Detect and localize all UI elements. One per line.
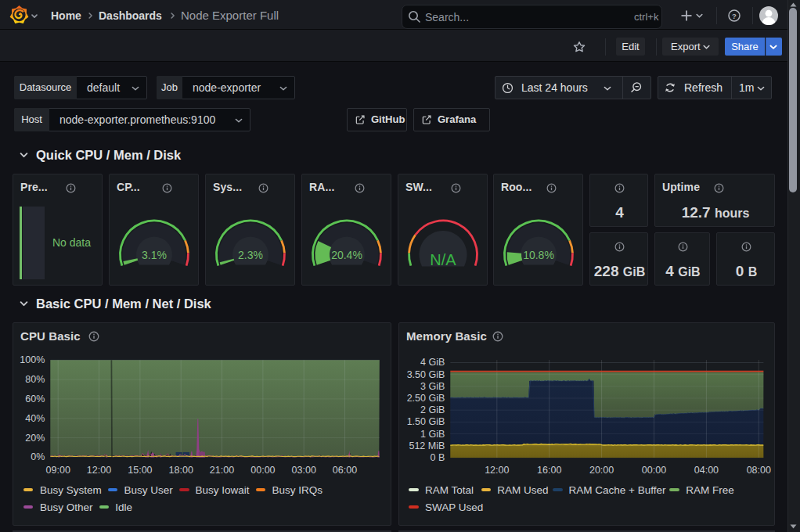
svg-text:18:00: 18:00 [169,465,193,476]
svg-text:12:00: 12:00 [485,465,509,476]
svg-text:0 B: 0 B [431,452,445,463]
svg-text:06:00: 06:00 [333,465,357,476]
svg-text:00:00: 00:00 [250,465,275,476]
svg-text:0%: 0% [31,451,45,462]
svg-text:15:00: 15:00 [128,465,152,476]
svg-text:10.8%: 10.8% [523,249,554,261]
svg-text:3.50 GiB: 3.50 GiB [407,369,445,380]
svg-text:20:00: 20:00 [589,465,614,476]
svg-text:3 GiB: 3 GiB [420,381,445,392]
svg-text:03:00: 03:00 [292,465,316,476]
svg-text:2.3%: 2.3% [238,249,263,261]
svg-text:21:00: 21:00 [210,465,234,476]
svg-text:16:00: 16:00 [537,465,561,476]
svg-text:40%: 40% [25,413,45,424]
svg-text:1.50 GiB: 1.50 GiB [407,416,445,427]
svg-text:60%: 60% [25,394,45,404]
svg-text:2 GiB: 2 GiB [420,404,445,415]
svg-text:1 GiB: 1 GiB [420,429,445,440]
svg-text:00:00: 00:00 [642,465,666,476]
svg-text:100%: 100% [20,354,45,365]
svg-text:20.4%: 20.4% [331,249,362,261]
svg-text:04:00: 04:00 [694,465,719,476]
svg-text:N/A: N/A [430,251,456,268]
svg-text:2.50 GiB: 2.50 GiB [407,393,445,404]
svg-text:?: ? [732,12,737,20]
svg-text:3.1%: 3.1% [142,249,167,261]
svg-text:08:00: 08:00 [747,465,771,476]
svg-text:09:00: 09:00 [46,465,70,476]
svg-text:512 MiB: 512 MiB [409,440,445,451]
svg-text:4 GiB: 4 GiB [420,357,445,368]
svg-text:20%: 20% [25,433,45,444]
svg-text:80%: 80% [25,374,45,385]
svg-text:12:00: 12:00 [87,465,111,476]
